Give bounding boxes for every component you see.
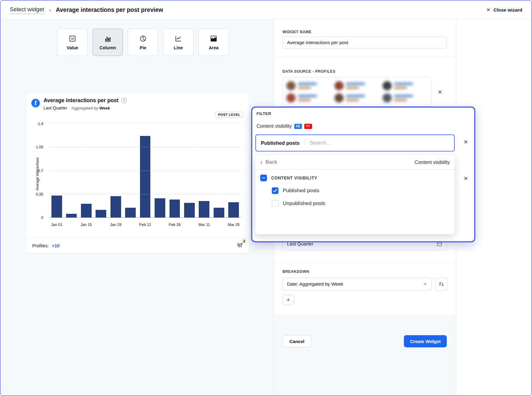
chevron-down-icon xyxy=(423,283,427,285)
x-tick-label: Jan 29 xyxy=(108,223,123,227)
post-level-badge: POST LEVEL xyxy=(215,112,243,118)
widget-name-label: WIDGET NAME xyxy=(282,30,312,34)
chart-type-label: Value xyxy=(67,45,78,50)
wizard-header: Select widget › Average interactions per… xyxy=(1,1,531,19)
bar xyxy=(110,196,121,218)
dropdown-back-button[interactable]: ‹ Back xyxy=(260,159,277,165)
profile-chip xyxy=(286,92,331,103)
filter-search-input[interactable] xyxy=(309,140,449,146)
bar-column xyxy=(64,124,79,218)
avatar xyxy=(286,93,296,102)
chart-type-label: Line xyxy=(174,45,183,50)
chart-type-line[interactable]: Line xyxy=(163,29,194,56)
breakdown-label: BREAKDOWN xyxy=(282,269,310,274)
bar-series xyxy=(49,124,241,218)
chart-aggregation: Aggregated by Week xyxy=(72,106,110,110)
bar xyxy=(140,136,151,218)
x-axis-labels: Jan 01Jan 15Jan 29Feb 12Feb 26Mar 11Mar … xyxy=(49,220,241,227)
remove-profiles-icon[interactable]: ✕ xyxy=(438,89,442,95)
bar-column xyxy=(182,124,197,218)
unchecked-checkbox[interactable] xyxy=(272,200,278,207)
bar xyxy=(66,214,77,218)
close-icon: ✕ xyxy=(486,7,490,13)
y-tick-label: 0.7 xyxy=(38,169,43,173)
close-wizard-label: Close wizard xyxy=(493,7,522,13)
content-visibility-group[interactable]: CONTENT VISIBILITY xyxy=(255,170,455,184)
clear-filter-icon[interactable]: ✕ xyxy=(464,139,468,145)
remove-filter-icon[interactable]: ✕ xyxy=(464,176,468,181)
bar-column xyxy=(167,124,182,218)
wizard-footer: Cancel Create Widget xyxy=(274,315,456,395)
dropdown-header: ‹ Back Content visibility xyxy=(255,155,455,170)
option-label: Published posts xyxy=(283,188,319,194)
y-tick-label: 0 xyxy=(41,216,43,220)
profiles-more-link[interactable]: +10 xyxy=(52,243,59,248)
profiles-source-box[interactable] xyxy=(282,77,432,106)
preview-area: 13 Value Column Pie Line Area f xyxy=(1,19,274,395)
chevron-left-icon: ‹ xyxy=(260,159,262,165)
close-wizard-button[interactable]: ✕ Close wizard xyxy=(486,7,522,13)
check-icon xyxy=(273,189,277,193)
chart-type-pie[interactable]: Pie xyxy=(128,29,158,56)
x-tick-label: Feb 26 xyxy=(167,223,182,227)
gridline xyxy=(49,123,241,124)
bar-column xyxy=(79,124,93,218)
y-axis-ticks: 00.350.71.051.4 xyxy=(32,124,47,218)
bar-column xyxy=(49,124,64,218)
chart-type-label: Area xyxy=(209,45,219,50)
breakdown-value: Date: Aggregated by Week xyxy=(287,281,343,287)
help-icon[interactable]: ? xyxy=(121,98,127,103)
filter-search-box[interactable]: Published posts xyxy=(255,134,455,151)
breadcrumb-select-widget[interactable]: Select widget xyxy=(10,6,44,14)
breakdown-select[interactable]: Date: Aggregated by Week xyxy=(282,278,432,290)
checked-checkbox[interactable] xyxy=(272,187,278,194)
widget-wizard-page: Select widget › Average interactions per… xyxy=(0,0,532,396)
bar-plot xyxy=(49,124,241,218)
chart-period: Last Quarter xyxy=(44,106,67,110)
back-label: Back xyxy=(265,159,277,165)
profile-chip xyxy=(334,92,380,103)
bar xyxy=(214,208,224,218)
svg-text:13: 13 xyxy=(71,37,74,40)
filter-panel: FILTER Content visibility FB YT Publishe… xyxy=(251,106,475,242)
add-breakdown-button[interactable]: + xyxy=(282,295,294,305)
widget-name-input[interactable] xyxy=(282,36,447,49)
bar xyxy=(51,196,62,218)
option-unpublished-posts[interactable]: Unpublished posts xyxy=(255,197,455,210)
filter-field-row: Content visibility FB YT xyxy=(257,123,312,129)
profile-chip xyxy=(334,80,380,91)
avatar xyxy=(286,81,296,90)
chart-type-value[interactable]: 13 Value xyxy=(57,29,88,56)
chart-type-selector: 13 Value Column Pie Line Area xyxy=(57,29,229,56)
bar xyxy=(184,203,195,218)
line-chart-icon xyxy=(174,35,182,43)
cancel-button[interactable]: Cancel xyxy=(282,335,311,347)
indeterminate-checkbox[interactable] xyxy=(260,175,267,181)
x-tick-label: Mar 11 xyxy=(197,223,212,227)
chart-type-area[interactable]: Area xyxy=(198,29,229,56)
chart-type-column[interactable]: Column xyxy=(93,29,123,56)
bar-column xyxy=(93,124,108,218)
metrics-button[interactable]: 2 xyxy=(237,242,243,249)
page-title: Average interactions per post preview xyxy=(56,6,163,13)
bar xyxy=(199,201,209,218)
gridline xyxy=(49,147,241,147)
x-tick-label: Jan 01 xyxy=(49,223,64,227)
selected-filter-token[interactable]: Published posts xyxy=(261,140,305,146)
filter-field-label: Content visibility xyxy=(257,123,292,129)
chart-preview-card: f Average interactions per post ? Last Q… xyxy=(26,93,249,253)
dropdown-title: Content visibility xyxy=(415,160,450,165)
chevron-right-icon: › xyxy=(49,7,51,13)
facebook-network-badge: FB xyxy=(294,124,302,129)
breakdown-sort-button[interactable] xyxy=(435,278,447,290)
option-published-posts[interactable]: Published posts xyxy=(255,184,455,197)
value-icon: 13 xyxy=(68,35,76,43)
create-widget-button[interactable]: Create Widget xyxy=(404,335,447,347)
bar xyxy=(155,198,165,218)
x-tick-label: Mar 25 xyxy=(226,223,241,227)
filter-heading: FILTER xyxy=(257,111,271,116)
chart-type-label: Pie xyxy=(140,45,146,50)
bar-column xyxy=(108,124,123,218)
data-source-label: DATA SOURCE - PROFILES xyxy=(282,69,335,74)
bar xyxy=(96,210,106,218)
